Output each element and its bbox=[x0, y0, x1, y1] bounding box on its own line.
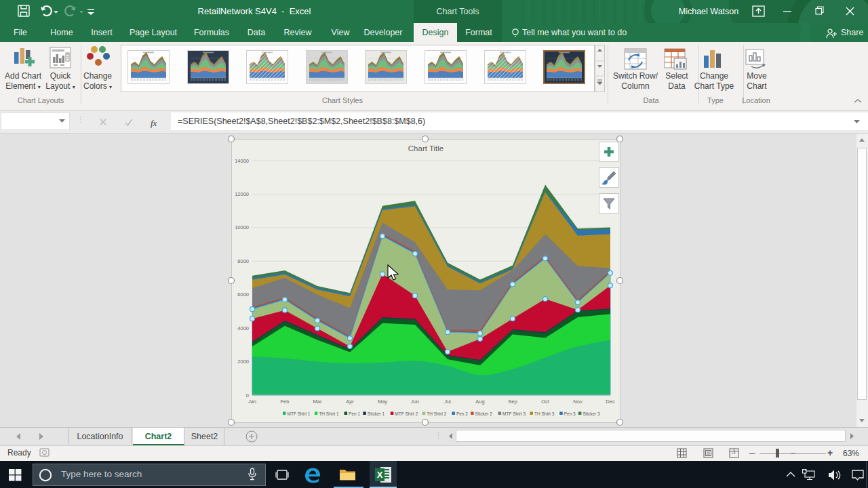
svg-text:fx: fx bbox=[151, 118, 157, 128]
svg-text:X: X bbox=[377, 470, 383, 480]
